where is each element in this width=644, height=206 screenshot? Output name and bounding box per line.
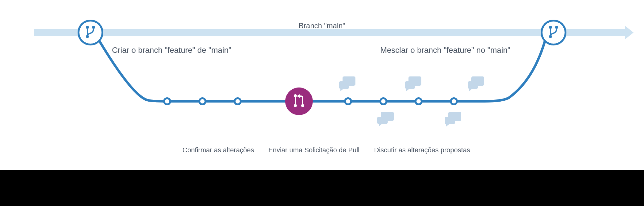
svg-point-10 (549, 35, 552, 38)
svg-point-6 (86, 35, 89, 38)
chat-icon (339, 76, 357, 92)
svg-point-2 (301, 104, 304, 107)
pull-request-node (285, 87, 313, 115)
diagram-canvas: Branch "main" Criar o branch "feature" d… (0, 0, 644, 170)
commit-dot (379, 97, 387, 105)
pull-request-icon (292, 93, 306, 110)
svg-point-9 (549, 26, 552, 29)
svg-point-0 (294, 94, 297, 97)
commit-dot (415, 97, 423, 105)
svg-point-5 (86, 26, 89, 29)
branch-start-node (78, 20, 103, 45)
git-branch-icon (547, 25, 560, 40)
commit-dot (163, 97, 171, 105)
commit-dot (344, 97, 352, 105)
branch-end-node (541, 20, 566, 45)
svg-point-1 (294, 104, 297, 107)
commit-dot (450, 97, 458, 105)
diagram-stage: Branch "main" Criar o branch "feature" d… (0, 0, 644, 206)
git-branch-icon (84, 25, 97, 40)
svg-point-11 (555, 26, 558, 29)
caption-commit: Confirmar as alterações (182, 146, 254, 154)
caption-pull-request: Enviar uma Solicitação de Pull (268, 146, 359, 154)
svg-point-7 (92, 26, 95, 29)
chat-icon (445, 112, 463, 128)
chat-icon (405, 76, 423, 92)
commit-dot (198, 97, 206, 105)
chat-icon (468, 76, 486, 92)
chat-icon (377, 112, 396, 128)
caption-discuss: Discutir as alterações propostas (374, 146, 470, 154)
commit-dot (234, 97, 242, 105)
svg-marker-4 (297, 94, 300, 98)
